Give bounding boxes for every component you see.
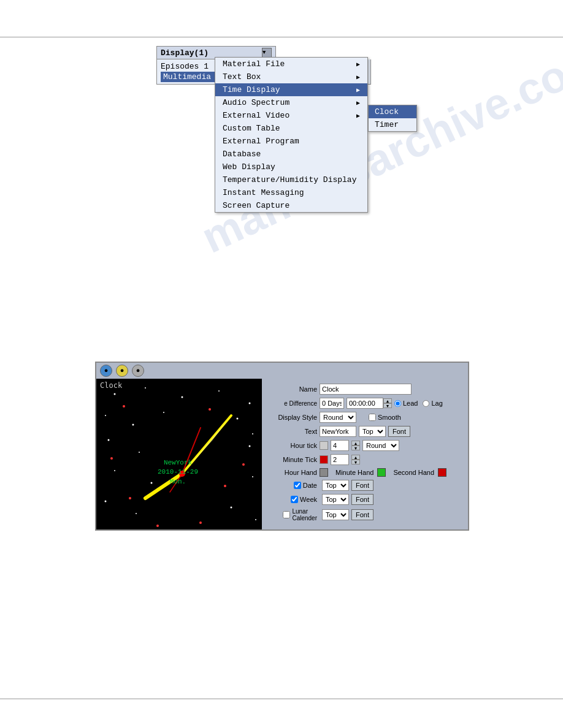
- time-diff-time[interactable]: [347, 398, 383, 409]
- submenu-arrow-material: ▶: [356, 61, 360, 68]
- lead-radio-label: Lead: [394, 400, 418, 407]
- svg-point-29: [156, 525, 159, 527]
- hour-hand-label: Hour Hand: [268, 469, 317, 476]
- hands-row: Hour Hand Minute Hand Second Hand: [268, 468, 462, 477]
- menu-item-time-display[interactable]: Time Display ▶: [215, 83, 367, 96]
- submenu-arrow-textbox: ▶: [356, 74, 360, 81]
- menu-item-text-box[interactable]: Text Box ▶: [215, 70, 367, 83]
- minute-tick-stepper: ▲ ▼: [351, 455, 360, 464]
- svg-point-1: [145, 387, 146, 389]
- lunar-row: LunarCalender Top Bottom Font: [268, 508, 462, 521]
- week-row: Week Top Bottom Font: [268, 494, 462, 505]
- title-btn-yellow[interactable]: ●: [116, 365, 128, 377]
- menu-item-external-program[interactable]: External Program: [215, 135, 367, 148]
- hour-tick-down[interactable]: ▼: [351, 446, 360, 450]
- submenu-item-clock[interactable]: Clock: [369, 105, 416, 118]
- clock-titlebar: ● ● ●: [96, 363, 468, 379]
- svg-point-6: [132, 424, 134, 426]
- svg-point-11: [139, 452, 140, 453]
- menu-item-custom-table[interactable]: Custom Table: [215, 122, 367, 135]
- name-input[interactable]: [320, 384, 412, 395]
- text-value-input[interactable]: [320, 426, 356, 437]
- lead-lag-group: Lead Lag: [394, 400, 443, 407]
- svg-point-10: [108, 439, 110, 441]
- week-position-select[interactable]: Top Bottom: [322, 494, 349, 505]
- time-diff-days[interactable]: [320, 398, 344, 409]
- context-menu: Material File ▶ Text Box ▶ Time Display …: [215, 57, 368, 213]
- minute-tick-up[interactable]: ▲: [351, 455, 360, 460]
- minute-tick-value[interactable]: [331, 454, 349, 465]
- hour-tick-label: Hour tick: [268, 442, 317, 449]
- menu-item-material-file[interactable]: Material File ▶: [215, 58, 367, 70]
- lunar-checkbox[interactable]: [283, 511, 290, 518]
- time-diff-row: e Difference ▲ ▼ Lead La: [268, 398, 462, 409]
- svg-point-4: [249, 403, 251, 404]
- menu-item-instant-msg[interactable]: Instant Messaging: [215, 186, 367, 199]
- week-checkbox-label: Week: [268, 496, 317, 503]
- title-btn-gray[interactable]: ●: [132, 365, 144, 377]
- svg-point-24: [209, 408, 211, 411]
- name-row: Name: [268, 384, 462, 395]
- menu-item-web-display[interactable]: Web Display: [215, 161, 367, 173]
- top-rule: [0, 37, 563, 37]
- hour-tick-value[interactable]: [331, 440, 349, 451]
- menu-item-temp-humidity[interactable]: Temperature/Humidity Display: [215, 173, 367, 186]
- svg-point-26: [242, 463, 245, 466]
- svg-point-25: [110, 457, 113, 460]
- time-stepper-up[interactable]: ▲: [383, 398, 392, 403]
- display-style-select[interactable]: Round Square: [320, 412, 356, 423]
- text-position-select[interactable]: Top Bottom: [359, 426, 386, 437]
- submenu-arrow-extvideo: ▶: [356, 112, 360, 119]
- name-label: Name: [268, 385, 317, 393]
- minute-hand-label: Minute Hand: [335, 469, 373, 476]
- menu-item-screen-capture[interactable]: Screen Capture: [215, 199, 367, 212]
- submenu-item-timer[interactable]: Timer: [369, 118, 416, 131]
- date-row: Date Top Bottom Font: [268, 480, 462, 491]
- clock-text-overlay: NewYork 2010-11-29 Mon.: [158, 458, 198, 487]
- time-stepper-down[interactable]: ▼: [383, 403, 392, 408]
- hour-tick-style-select[interactable]: Round Square: [362, 440, 399, 451]
- lag-radio-label: Lag: [423, 400, 442, 407]
- hour-tick-stepper: ▲ ▼: [351, 441, 360, 450]
- week-checkbox[interactable]: [291, 496, 298, 503]
- title-btn-blue[interactable]: ●: [100, 365, 112, 377]
- second-hand-color[interactable]: [438, 468, 446, 477]
- lead-radio[interactable]: [394, 400, 401, 407]
- svg-point-30: [199, 521, 202, 524]
- star-field: [96, 379, 262, 529]
- date-position-select[interactable]: Top Bottom: [322, 480, 349, 491]
- svg-point-18: [231, 507, 232, 509]
- minute-tick-color[interactable]: [320, 455, 328, 464]
- time-stepper: ▲ ▼: [383, 398, 392, 408]
- minute-hand-color[interactable]: [377, 468, 386, 477]
- date-font-btn[interactable]: Font: [351, 480, 373, 491]
- menu-item-external-video[interactable]: External Video ▶: [215, 109, 367, 122]
- date-checkbox-label: Date: [268, 482, 317, 489]
- svg-point-15: [252, 476, 253, 477]
- minute-tick-row: Minute Tick ▲ ▼: [268, 454, 462, 465]
- smooth-checkbox[interactable]: [369, 414, 376, 421]
- menu-item-audio-spectrum[interactable]: Audio Spectrum ▶: [215, 96, 367, 109]
- clock-settings-panel: Name e Difference ▲ ▼ Lead: [262, 379, 468, 529]
- lunar-position-select[interactable]: Top Bottom: [322, 509, 349, 520]
- display-dropdown-label: Display(1): [161, 48, 262, 58]
- week-font-btn[interactable]: Font: [351, 494, 373, 505]
- lunar-font-btn[interactable]: Font: [351, 509, 373, 520]
- display-style-row: Display Style Round Square Smooth: [268, 412, 462, 423]
- svg-point-13: [114, 470, 115, 471]
- text-label: Text: [268, 428, 317, 435]
- submenu-arrow-time: ▶: [356, 86, 360, 94]
- hour-tick-color[interactable]: [320, 441, 328, 450]
- hour-hand-color[interactable]: [320, 468, 328, 477]
- lunar-checkbox-label: LunarCalender: [268, 508, 317, 521]
- second-hand-label: Second Hand: [393, 469, 434, 476]
- smooth-label: Smooth: [369, 414, 401, 421]
- svg-point-16: [105, 501, 107, 502]
- text-font-btn[interactable]: Font: [388, 426, 410, 437]
- menu-item-database[interactable]: Database: [215, 148, 367, 161]
- date-checkbox[interactable]: [294, 482, 301, 489]
- minute-tick-down[interactable]: ▼: [351, 460, 360, 464]
- hour-tick-up[interactable]: ▲: [351, 441, 360, 446]
- clock-body: Clock: [96, 379, 468, 529]
- lag-radio[interactable]: [423, 400, 429, 407]
